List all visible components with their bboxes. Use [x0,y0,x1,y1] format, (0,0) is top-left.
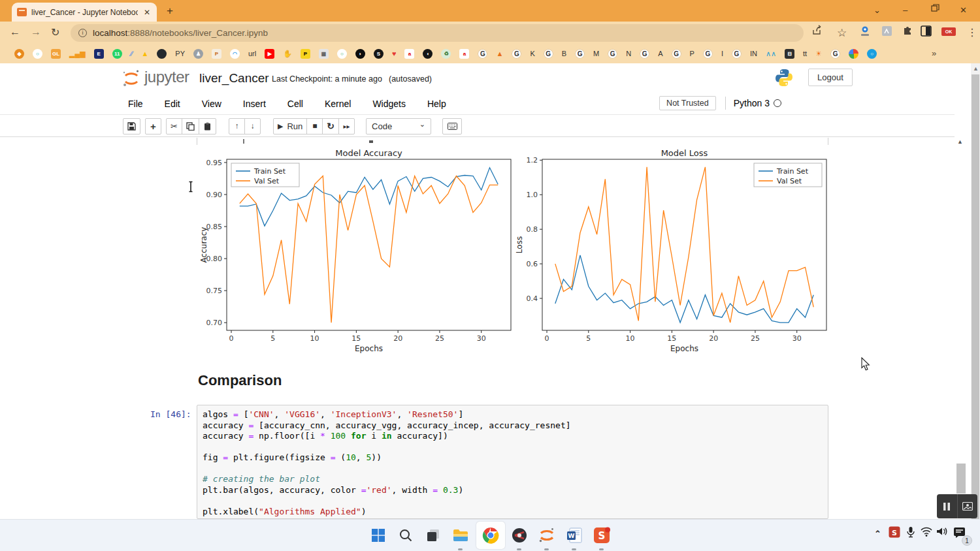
start-button[interactable] [366,523,391,548]
bookmark-favicon-icon[interactable]: G [640,49,649,59]
task-view-button[interactable] [421,523,446,548]
bookmark-label[interactable]: ∧∧ [766,49,776,59]
forward-button[interactable]: → [31,26,41,38]
window-restore-button[interactable] [931,4,939,14]
chrome-button[interactable] [478,523,503,548]
extension-grey-icon[interactable] [881,25,892,39]
copy-cell-button[interactable] [182,118,199,134]
bookmark-label[interactable]: K [530,49,534,59]
bookmark-label[interactable]: tt [803,49,807,59]
word-button[interactable]: W [562,523,587,548]
bookmark-favicon-icon[interactable]: G [732,49,742,59]
extension-ok-badge-icon[interactable]: OK [941,27,956,36]
bookmark-label[interactable]: P [690,49,694,59]
menu-edit[interactable]: Edit [157,95,188,113]
menu-help[interactable]: Help [419,95,454,113]
menu-file[interactable]: File [120,95,151,113]
tray-s-icon[interactable]: S [889,526,900,538]
extension-reading-mode-icon[interactable] [921,25,932,39]
jupyter-logo-icon[interactable] [122,69,141,91]
bookmark-label[interactable]: ∕∕ [131,49,133,59]
bookmark-favicon-icon[interactable]: P [212,49,221,59]
volume-icon[interactable] [936,526,949,537]
tray-chevron-icon[interactable]: ⌃ [874,529,881,539]
cut-cell-button[interactable]: ✂ [166,118,182,134]
bookmark-favicon-icon[interactable]: ○ [337,49,347,59]
bookmark-label[interactable]: url [248,49,256,59]
move-cell-up-button[interactable]: ↑ [229,118,245,134]
bookmark-favicon-icon[interactable]: G [478,49,487,59]
bookmark-favicon-icon[interactable]: ○ [33,49,42,59]
bookmark-star-icon[interactable]: ☆ [837,26,847,40]
save-button[interactable] [123,118,140,134]
new-tab-button[interactable]: + [167,6,173,16]
share-icon[interactable] [812,25,823,38]
bookmark-favicon-icon[interactable]: ▶ [265,49,274,59]
restart-run-all-button[interactable]: ▸▸ [338,118,355,134]
extensions-puzzle-icon[interactable] [902,25,913,39]
jupyter-logo-text[interactable]: jupyter [144,68,189,86]
bookmark-label[interactable]: A [658,49,662,59]
notebook-scrollbar-thumb[interactable] [956,464,966,494]
run-button[interactable]: ▶ Run [273,118,307,134]
dark-app-button[interactable] [507,523,532,548]
bookmark-favicon-icon[interactable]: ▦ [319,49,329,59]
bookmark-favicon-icon[interactable]: ♻ [441,49,451,59]
menu-cell[interactable]: Cell [280,95,311,113]
back-button[interactable]: ← [10,26,20,38]
bookmark-label[interactable]: ▂▄▆ [69,49,86,59]
bookmark-favicon-icon[interactable]: ♟ [193,49,203,59]
s-app-button[interactable]: S [589,523,614,548]
menu-insert[interactable]: Insert [235,95,274,113]
command-palette-button[interactable] [442,118,462,134]
bookmark-label[interactable]: ☀ [815,49,822,59]
bookmark-label[interactable]: M [593,49,599,59]
screenshot-button[interactable] [957,494,978,518]
bookmark-favicon-icon[interactable]: a [459,49,469,59]
browser-menu-icon[interactable]: ⋮ [967,26,977,39]
window-scroll-up-arrow[interactable]: ▲ [973,65,979,72]
tab-close-icon[interactable]: ✕ [142,8,152,17]
search-button[interactable] [393,523,418,548]
bookmark-favicon-icon[interactable]: E [94,49,104,59]
bookmark-favicon-icon[interactable]: G [512,49,521,59]
url-bar[interactable]: i localhost:8888/notebooks/liver_Cancer.… [71,24,804,42]
bookmark-favicon-icon[interactable]: G [575,49,585,59]
bookmark-label[interactable]: ▲ [496,49,503,59]
bookmark-favicon-icon[interactable]: P [301,49,310,59]
microphone-icon[interactable] [906,526,916,538]
bookmark-label[interactable]: ✋ [283,49,292,59]
menu-widgets[interactable]: Widgets [365,95,414,113]
site-info-icon[interactable]: i [78,29,87,37]
jupyter-app-button[interactable] [534,523,559,548]
bookmark-favicon-icon[interactable]: G [544,49,553,59]
cell-type-dropdown[interactable]: Code ⌄ [366,118,431,134]
bookmark-favicon-icon[interactable] [157,49,167,59]
notebook-title[interactable]: liver_Cancer [199,71,269,86]
window-scrollbar-thumb[interactable] [972,74,979,519]
code-cell-input[interactable]: algos = ['CNN', 'VGG16', 'InceptionV3', … [197,405,828,519]
bookmark-favicon-icon[interactable]: ◗ [355,49,365,59]
bookmark-favicon-icon[interactable]: G [830,49,840,59]
bookmark-favicon-icon[interactable]: ⊟ [785,49,794,59]
not-trusted-button[interactable]: Not Trusted [659,96,716,110]
add-cell-button[interactable]: + [145,118,161,134]
bookmark-favicon-icon[interactable]: 11 [112,49,122,59]
bookmark-label[interactable]: IN [750,49,757,59]
notebook-scroll-up-arrow[interactable]: ▲ [957,138,963,145]
wifi-icon[interactable] [920,526,933,537]
bookmark-label[interactable]: PY [175,49,185,59]
bookmark-label[interactable]: ▲ [141,49,148,59]
file-explorer-button[interactable] [448,523,473,548]
extension-location-icon[interactable] [860,26,870,40]
browser-tab[interactable]: liver_Cancer - Jupyter Notebook ✕ [12,3,157,22]
bookmark-favicon-icon[interactable]: a [404,49,414,59]
bookmark-favicon-icon[interactable] [849,49,858,59]
interrupt-kernel-button[interactable]: ■ [306,118,323,134]
bookmark-favicon-icon[interactable]: G [672,49,681,59]
paste-cell-button[interactable] [199,118,216,134]
bookmark-favicon-icon[interactable]: S [374,49,384,59]
move-cell-down-button[interactable]: ↓ [244,118,261,134]
bookmark-favicon-icon[interactable]: ◆ [14,49,24,59]
window-close-button[interactable]: ✕ [960,5,967,15]
